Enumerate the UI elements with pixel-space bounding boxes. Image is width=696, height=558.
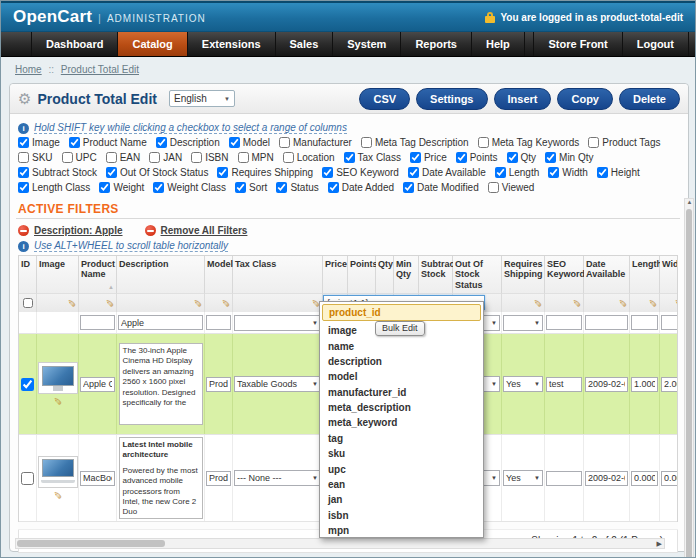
column-toggle-checkbox[interactable] xyxy=(478,137,489,148)
scroll-up-arrow[interactable]: ▲ xyxy=(687,199,693,205)
column-header-width[interactable]: Width xyxy=(660,256,678,294)
column-toggle-checkbox[interactable] xyxy=(328,182,339,193)
column-toggle-checkbox[interactable] xyxy=(106,152,117,163)
column-toggle-jan[interactable]: JAN xyxy=(149,152,182,163)
column-header-product-name[interactable]: Product Name▲ xyxy=(79,256,117,294)
nav-item-extensions[interactable]: Extensions xyxy=(188,32,276,56)
column-toggle-checkbox[interactable] xyxy=(217,167,228,178)
column-toggle-qty[interactable]: Qty xyxy=(507,152,537,163)
column-toggle-subtract-stock[interactable]: Subtract Stock xyxy=(18,167,97,178)
column-toggle-weight[interactable]: Weight xyxy=(99,182,144,193)
scroll-right-arrow[interactable]: ▶ xyxy=(657,540,662,548)
copy-button[interactable]: Copy xyxy=(557,88,613,110)
column-header-price[interactable]: Price xyxy=(323,256,348,294)
edit-pencil-icon[interactable]: ✎ xyxy=(673,299,678,307)
column-toggle-checkbox[interactable] xyxy=(18,182,29,193)
dropdown-item-tag[interactable]: tag xyxy=(320,431,483,446)
column-header-id[interactable]: ID xyxy=(19,256,37,294)
width-input[interactable] xyxy=(661,377,678,392)
filter-product-name-input[interactable] xyxy=(80,315,115,330)
seo-keyword-input[interactable] xyxy=(546,471,582,486)
dropdown-item-manufacturer-id[interactable]: manufacturer_id xyxy=(320,385,483,400)
edit-pencil-icon[interactable]: ✎ xyxy=(220,299,230,307)
column-toggle-viewed[interactable]: Viewed xyxy=(488,182,535,193)
model-input[interactable] xyxy=(206,471,231,486)
dropdown-item-ean[interactable]: ean xyxy=(320,477,483,492)
column-toggle-checkbox[interactable] xyxy=(322,167,333,178)
filter-date-available-input[interactable] xyxy=(585,315,628,330)
column-toggle-checkbox[interactable] xyxy=(156,137,167,148)
edit-pencil-icon[interactable]: ✎ xyxy=(104,299,114,307)
column-toggle-meta-tag-description[interactable]: Meta Tag Description xyxy=(361,137,469,148)
column-toggle-points[interactable]: Points xyxy=(456,152,498,163)
dropdown-item-product-id[interactable]: product_id xyxy=(322,304,481,321)
length-input[interactable] xyxy=(631,377,658,392)
breadcrumb-home-link[interactable]: Home xyxy=(15,64,42,75)
column-toggle-out-of-stock-status[interactable]: Out Of Stock Status xyxy=(106,167,208,178)
column-toggle-checkbox[interactable] xyxy=(279,137,290,148)
dropdown-item-mpn[interactable]: mpn xyxy=(320,523,483,538)
description-textarea[interactable]: Latest Intel mobile architecturePowered … xyxy=(119,437,203,519)
column-toggle-location[interactable]: Location xyxy=(283,152,335,163)
column-header-image[interactable]: Image xyxy=(37,256,79,294)
product-name-input[interactable] xyxy=(80,471,115,486)
nav-item-sales[interactable]: Sales xyxy=(276,32,334,56)
insert-button[interactable]: Insert xyxy=(494,88,552,110)
edit-pencil-icon[interactable]: ✎ xyxy=(192,299,202,307)
column-header-points[interactable]: Points xyxy=(348,256,376,294)
column-toggle-height[interactable]: Height xyxy=(597,167,640,178)
column-toggle-requires-shipping[interactable]: Requires Shipping xyxy=(217,167,313,178)
column-header-date-available[interactable]: Date Available xyxy=(584,256,630,294)
column-toggle-checkbox[interactable] xyxy=(548,167,559,178)
column-toggle-checkbox[interactable] xyxy=(229,137,240,148)
column-toggle-date-available[interactable]: Date Available xyxy=(408,167,486,178)
filter-chip-remove-all-filters[interactable]: Remove All Filters xyxy=(145,225,248,236)
column-toggle-mpn[interactable]: MPN xyxy=(238,152,274,163)
dropdown-item-upc[interactable]: upc xyxy=(320,461,483,476)
dropdown-item-sku[interactable]: sku xyxy=(320,446,483,461)
row-select-checkbox[interactable] xyxy=(21,378,34,391)
column-toggle-length[interactable]: Length xyxy=(495,167,540,178)
column-toggle-checkbox[interactable] xyxy=(410,152,421,163)
column-toggle-weight-class[interactable]: Weight Class xyxy=(153,182,226,193)
column-toggle-checkbox[interactable] xyxy=(283,152,294,163)
column-header-seo-keyword[interactable]: SEO Keyword xyxy=(545,256,584,294)
column-toggle-checkbox[interactable] xyxy=(153,182,164,193)
edit-pencil-icon[interactable]: ✎ xyxy=(66,299,76,307)
column-toggle-tax-class[interactable]: Tax Class xyxy=(344,152,401,163)
column-toggle-sku[interactable]: SKU xyxy=(18,152,53,163)
column-toggle-product-tags[interactable]: Product Tags xyxy=(588,137,660,148)
column-toggle-meta-tag-keywords[interactable]: Meta Tag Keywords xyxy=(478,137,580,148)
edit-pencil-icon[interactable]: ✎ xyxy=(571,299,581,307)
edit-pencil-icon[interactable]: ✎ xyxy=(532,299,542,307)
edit-pencil-icon[interactable]: ✎ xyxy=(52,397,62,405)
delete-button[interactable]: Delete xyxy=(619,88,680,110)
column-toggle-checkbox[interactable] xyxy=(456,152,467,163)
column-header-qty[interactable]: Qty xyxy=(376,256,394,294)
column-header-tax-class[interactable]: Tax Class xyxy=(233,256,323,294)
column-toggle-checkbox[interactable] xyxy=(597,167,608,178)
column-toggle-checkbox[interactable] xyxy=(488,182,499,193)
column-toggle-sort[interactable]: Sort xyxy=(235,182,267,193)
column-toggle-seo-keyword[interactable]: SEO Keyword xyxy=(322,167,399,178)
column-toggle-checkbox[interactable] xyxy=(18,152,29,163)
column-toggle-model[interactable]: Model xyxy=(229,137,270,148)
filter-model-input[interactable] xyxy=(206,315,231,330)
column-toggle-checkbox[interactable] xyxy=(62,152,73,163)
nav-item-system[interactable]: System xyxy=(333,32,401,56)
column-toggle-image[interactable]: Image xyxy=(18,137,60,148)
column-toggle-price[interactable]: Price xyxy=(410,152,447,163)
filter-width-input[interactable] xyxy=(661,315,678,330)
requires-shipping-select[interactable]: Yes▼ xyxy=(503,470,543,486)
scrollbar-thumb[interactable] xyxy=(686,209,692,558)
column-toggle-checkbox[interactable] xyxy=(149,152,160,163)
tax-class-select[interactable]: --- None ---▼ xyxy=(234,470,321,486)
column-toggle-checkbox[interactable] xyxy=(238,152,249,163)
column-header-description[interactable]: Description xyxy=(117,256,205,294)
column-toggle-checkbox[interactable] xyxy=(191,152,202,163)
filter-chip-description-apple[interactable]: Description: Apple xyxy=(18,225,123,236)
column-toggle-checkbox[interactable] xyxy=(495,167,506,178)
column-toggle-checkbox[interactable] xyxy=(235,182,246,193)
model-input[interactable] xyxy=(206,377,231,392)
nav-item-reports[interactable]: Reports xyxy=(401,32,472,56)
